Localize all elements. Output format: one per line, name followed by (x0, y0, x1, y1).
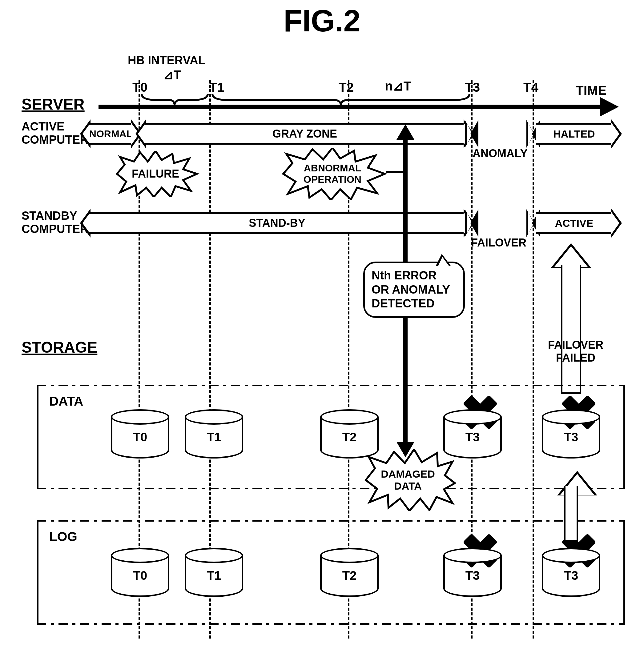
log-cyl-0: T0 (111, 548, 169, 597)
standby-computer-label: STANDBY COMPUTER (22, 209, 88, 236)
log-label: LOG (49, 529, 77, 544)
brace-hb (140, 92, 209, 104)
time-label: TIME (576, 83, 606, 98)
storage-label: STORAGE (22, 338, 97, 356)
standby-active: ACTIVE (536, 212, 622, 234)
active-computer-label: ACTIVE COMPUTER (22, 120, 88, 146)
hb-interval-label: HB INTERVAL (128, 54, 205, 67)
failover-failed-label: FAILOVER FAILED (548, 338, 603, 365)
time-arrow (98, 104, 603, 109)
figure-title: FIG.2 (0, 3, 644, 39)
delta-t-label: ⊿T (163, 68, 181, 82)
burst-abnormal: ABNORMAL OPERATION (277, 148, 388, 200)
burst-damaged: DAMAGED DATA (360, 449, 456, 511)
data-label: DATA (49, 394, 83, 409)
log-cyl-3: T3 (443, 548, 502, 597)
ndt-label: n⊿T (385, 78, 411, 94)
burst-failure: FAILURE (111, 151, 200, 197)
log-cyl-4: T3 (542, 548, 600, 597)
active-halted: HALTED (536, 123, 622, 145)
figure-canvas: FIG.2 T0 T1 T2 T3 T4 TIME HB INTERVAL ⊿T… (0, 0, 644, 657)
callout-nth: Nth ERROR OR ANOMALY DETECTED (363, 262, 465, 318)
active-grayzone: GRAY ZONE (135, 123, 474, 145)
active-normal: NORMAL (80, 123, 142, 145)
connector-arrow (557, 471, 585, 542)
data-cyl-0: T0 (111, 409, 169, 459)
abnormal-connector (386, 171, 405, 173)
standby-standby: STAND-BY (80, 212, 474, 234)
server-label: SERVER (22, 95, 85, 113)
arrow-failover-failed (551, 243, 591, 394)
xjoin-sb-t3 (465, 212, 478, 234)
standby-failover: FAILOVER (471, 236, 526, 249)
brace-ndt (211, 92, 471, 104)
log-cyl-1: T1 (185, 548, 243, 597)
log-cyl-2: T2 (320, 548, 378, 597)
tick-T4: T4 (523, 80, 538, 95)
data-cyl-1: T1 (185, 409, 243, 459)
active-anomaly: ANOMALY (473, 147, 528, 160)
data-cyl-4: T3 (542, 409, 600, 459)
arrow-up-to-active (403, 139, 408, 175)
xjoin-ac-t3 (465, 123, 478, 145)
